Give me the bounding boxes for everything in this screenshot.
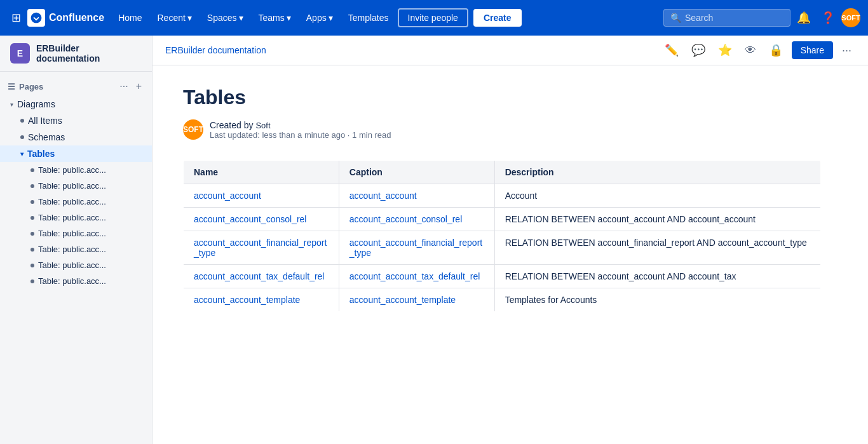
cell-name: account_account [184, 184, 339, 208]
page-title: Tables [183, 86, 821, 109]
logo[interactable]: Confluence [27, 9, 104, 27]
sidebar-item-tables[interactable]: ▾ Tables [0, 145, 152, 162]
home-button[interactable]: Home [112, 9, 148, 27]
notifications-button[interactable]: 🔔 [793, 7, 815, 29]
sidebar: E ERBuilder documentation ☰ Pages ··· + … [0, 36, 153, 444]
search-box[interactable]: 🔍 Search [663, 9, 790, 27]
edit-button[interactable]: ✏️ [661, 41, 682, 60]
pages-more-button[interactable]: ··· [117, 79, 130, 93]
watch-button[interactable]: 👁 [741, 41, 760, 60]
table-row: account_account_consol_relaccount_accoun… [184, 208, 821, 231]
pages-icon: ☰ [8, 82, 15, 91]
spaces-button[interactable]: Spaces ▾ [201, 9, 250, 27]
table-name-link[interactable]: account_account_template [194, 295, 300, 305]
breadcrumb-bar: ERBuilder documentation ✏️ 💬 ⭐ 👁 🔒 Share… [153, 36, 868, 65]
bullet-icon [31, 264, 34, 267]
cell-name: account_account_consol_rel [184, 208, 339, 231]
chevron-down-icon: ▾ [20, 151, 24, 158]
table-name-link[interactable]: account_account_consol_rel [194, 214, 306, 224]
cell-description: Account [494, 184, 820, 208]
grid-icon[interactable]: ⊞ [8, 7, 25, 29]
sidebar-item-table-3[interactable]: Table: public.acc... [0, 194, 152, 210]
breadcrumb: ERBuilder documentation [165, 45, 266, 55]
cell-caption: account_account [339, 184, 494, 208]
cell-caption: account_account_financial_report _type [339, 231, 494, 265]
table-caption-link[interactable]: account_account [349, 191, 417, 201]
user-avatar[interactable]: SOFT [841, 8, 860, 27]
sidebar-item-table-8[interactable]: Table: public.acc... [0, 273, 152, 289]
sidebar-tree: ▾ Diagrams All Items Schemas ▾ Tables [0, 96, 152, 294]
col-header-description: Description [494, 161, 820, 184]
cell-description: Templates for Accounts [494, 288, 820, 312]
bullet-icon [20, 119, 24, 123]
page-meta: SOFT Created by Soft Last updated: less … [183, 119, 821, 140]
sidebar-item-table-6[interactable]: Table: public.acc... [0, 241, 152, 257]
space-name: ERBuilder documentation [36, 43, 142, 64]
cell-caption: account_account_consol_rel [339, 208, 494, 231]
sidebar-item-table-7[interactable]: Table: public.acc... [0, 257, 152, 273]
table-header-row: Name Caption Description [184, 161, 821, 184]
space-icon: E [10, 43, 30, 64]
logo-text: Confluence [49, 12, 104, 24]
chevron-down-icon: ▾ [329, 13, 333, 23]
chevron-down-icon: ▾ [287, 13, 291, 23]
restrict-button[interactable]: 🔒 [765, 41, 787, 60]
table-row: account_account_financial_report _typeac… [184, 231, 821, 265]
bullet-icon [31, 232, 34, 236]
cell-description: RELATION BETWEEN account_account AND acc… [494, 265, 820, 288]
confluence-logo-icon [27, 9, 45, 27]
cell-name: account_account_template [184, 288, 339, 312]
cell-description: RELATION BETWEEN account_account AND acc… [494, 208, 820, 231]
table-caption-link[interactable]: account_account_template [349, 295, 456, 305]
page-body: Tables SOFT Created by Soft Last updated… [153, 65, 851, 332]
comment-button[interactable]: 💬 [688, 41, 709, 60]
bullet-icon [31, 279, 34, 283]
cell-caption: account_account_template [339, 288, 494, 312]
table-row: account_accountaccount_accountAccount [184, 184, 821, 208]
sidebar-item-table-1[interactable]: Table: public.acc... [0, 162, 152, 178]
topnav: ⊞ Confluence Home Recent ▾ Spaces ▾ Team… [0, 0, 868, 36]
table-caption-link[interactable]: account_account_consol_rel [349, 214, 462, 224]
templates-button[interactable]: Templates [342, 9, 395, 27]
bullet-icon [31, 200, 34, 204]
sidebar-item-table-5[interactable]: Table: public.acc... [0, 225, 152, 241]
table-name-link[interactable]: account_account_financial_report _type [194, 238, 327, 258]
more-actions-button[interactable]: ··· [838, 41, 855, 60]
pages-section-header: ☰ Pages ··· + [0, 77, 152, 96]
meta-info: Created by Soft Last updated: less than … [210, 120, 391, 140]
space-header: E ERBuilder documentation [0, 36, 152, 72]
meta-timestamps: Last updated: less than a minute ago · 1… [210, 130, 391, 140]
table-caption-link[interactable]: account_account_tax_default_rel [349, 271, 480, 281]
sidebar-item-schemas[interactable]: Schemas [0, 129, 152, 145]
pages-section-actions: ··· + [117, 79, 144, 93]
col-header-name: Name [184, 161, 339, 184]
sidebar-item-all-items[interactable]: All Items [0, 112, 152, 129]
chevron-down-icon: ▾ [239, 13, 243, 23]
sidebar-item-table-2[interactable]: Table: public.acc... [0, 178, 152, 194]
star-button[interactable]: ⭐ [714, 41, 736, 60]
search-icon: 🔍 [670, 13, 681, 23]
sidebar-item-diagrams[interactable]: ▾ Diagrams [0, 96, 152, 112]
bullet-icon [31, 216, 34, 220]
share-button[interactable]: Share [792, 41, 833, 59]
teams-button[interactable]: Teams ▾ [252, 9, 297, 27]
sidebar-pages-section: ☰ Pages ··· + ▾ Diagrams All Items [0, 72, 152, 299]
table-name-link[interactable]: account_account_tax_default_rel [194, 271, 324, 281]
recent-button[interactable]: Recent ▾ [151, 9, 198, 27]
invite-people-button[interactable]: Invite people [398, 8, 468, 27]
pages-add-button[interactable]: + [133, 79, 144, 93]
help-button[interactable]: ❓ [817, 7, 839, 29]
created-by: Created by Soft [210, 120, 391, 130]
bullet-icon [20, 135, 24, 139]
tables-data-table: Name Caption Description account_account… [183, 160, 821, 312]
main-layout: E ERBuilder documentation ☰ Pages ··· + … [0, 36, 868, 444]
breadcrumb-space-link[interactable]: ERBuilder documentation [165, 45, 266, 55]
table-caption-link[interactable]: account_account_financial_report _type [349, 238, 482, 258]
pages-section-title[interactable]: ☰ Pages [8, 82, 43, 91]
create-button[interactable]: Create [473, 9, 522, 27]
apps-button[interactable]: Apps ▾ [300, 9, 339, 27]
sidebar-item-table-4[interactable]: Table: public.acc... [0, 210, 152, 225]
table-row: account_account_templateaccount_account_… [184, 288, 821, 312]
chevron-down-icon: ▾ [10, 101, 13, 108]
table-name-link[interactable]: account_account [194, 191, 261, 201]
